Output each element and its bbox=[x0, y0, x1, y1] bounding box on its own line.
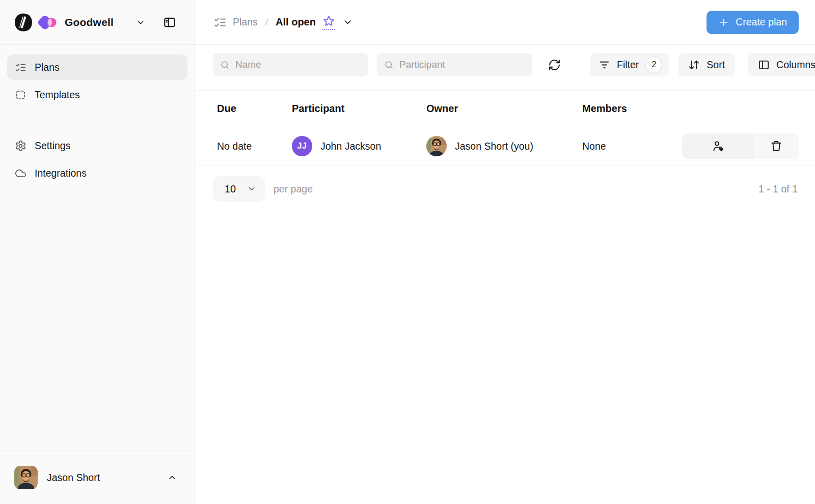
panel-left-icon bbox=[163, 16, 176, 29]
sidebar-toggle-button[interactable] bbox=[163, 16, 176, 29]
due-cell: No date bbox=[217, 141, 292, 152]
columns-label: Columns bbox=[776, 59, 815, 71]
main-content: Plans / All open Create plan bbox=[195, 0, 815, 504]
filter-lines-icon bbox=[599, 59, 610, 71]
sidebar-item-label: Integrations bbox=[35, 167, 87, 179]
filter-count-badge: 2 bbox=[645, 57, 662, 73]
user-menu[interactable]: Jason Short bbox=[0, 451, 195, 504]
search-icon bbox=[384, 60, 394, 70]
favorite-view-button[interactable] bbox=[322, 15, 335, 30]
workspace-logo-icon bbox=[38, 13, 58, 32]
user-tag-icon bbox=[712, 140, 724, 152]
sidebar-nav: Plans Templates Settings Inte bbox=[0, 45, 195, 186]
participant-avatar: JJ bbox=[292, 136, 312, 156]
app-logo-icon bbox=[13, 12, 34, 33]
row-actions bbox=[682, 133, 799, 159]
members-cell: None bbox=[582, 141, 682, 152]
sidebar: Goodwell Plans bbox=[0, 0, 195, 504]
gear-icon bbox=[15, 140, 26, 152]
columns-icon bbox=[758, 59, 770, 71]
columns-button[interactable]: Columns bbox=[748, 53, 815, 76]
delete-plan-button[interactable] bbox=[754, 133, 799, 159]
box-select-icon bbox=[15, 89, 26, 101]
participant-cell: JJ John Jackson bbox=[292, 136, 426, 156]
search-icon bbox=[220, 60, 230, 70]
view-chevron-down-icon[interactable] bbox=[342, 17, 353, 27]
sidebar-item-label: Settings bbox=[35, 140, 70, 152]
app-window: Goodwell Plans bbox=[0, 0, 815, 504]
breadcrumb-parent[interactable]: Plans bbox=[233, 16, 258, 28]
sidebar-item-settings[interactable]: Settings bbox=[7, 133, 187, 158]
workspace-chevron-down-icon[interactable] bbox=[135, 17, 146, 27]
sort-arrows-icon bbox=[688, 59, 700, 71]
breadcrumb-current-view[interactable]: All open bbox=[276, 16, 316, 28]
table-header-row: Due Participant Owner Members bbox=[195, 90, 815, 127]
sidebar-item-integrations[interactable]: Integrations bbox=[7, 160, 187, 186]
create-plan-button[interactable]: Create plan bbox=[707, 11, 799, 34]
per-page-label: per page bbox=[274, 183, 313, 195]
sidebar-item-plans[interactable]: Plans bbox=[7, 54, 187, 80]
list-checks-icon bbox=[15, 62, 26, 73]
column-header-due: Due bbox=[217, 103, 292, 115]
workspace-name: Goodwell bbox=[65, 16, 114, 29]
plus-icon bbox=[718, 17, 729, 28]
participant-name: John Jackson bbox=[320, 141, 381, 152]
table-row[interactable]: No date JJ John Jackson bbox=[195, 127, 815, 165]
sort-button[interactable]: Sort bbox=[678, 53, 735, 76]
pagination-bar: 10 per page 1 - 1 of 1 bbox=[195, 176, 815, 202]
name-search bbox=[213, 53, 368, 76]
page-size-select[interactable]: 10 bbox=[213, 176, 265, 202]
owner-cell: Jason Short (you) bbox=[426, 136, 582, 156]
table-toolbar: Filter 2 Sort Columns bbox=[195, 53, 815, 76]
refresh-icon bbox=[548, 59, 561, 71]
sidebar-item-label: Templates bbox=[35, 89, 80, 101]
chevron-down-icon bbox=[247, 184, 256, 193]
owner-avatar bbox=[426, 136, 447, 156]
user-chevron-up-icon[interactable] bbox=[167, 472, 177, 483]
name-search-input[interactable] bbox=[235, 59, 361, 70]
results-range: 1 - 1 of 1 bbox=[758, 183, 798, 195]
owner-name: Jason Short (you) bbox=[455, 141, 533, 152]
sort-label: Sort bbox=[707, 59, 725, 71]
user-name: Jason Short bbox=[47, 472, 100, 484]
star-icon bbox=[322, 15, 335, 27]
page-header: Plans / All open Create plan bbox=[195, 0, 815, 45]
workspace-switcher[interactable]: Goodwell bbox=[0, 0, 195, 45]
participant-search-input[interactable] bbox=[399, 59, 525, 70]
column-header-participant: Participant bbox=[292, 103, 426, 115]
cloud-icon bbox=[15, 167, 26, 179]
plans-list-checks-icon bbox=[213, 16, 227, 29]
sidebar-divider bbox=[8, 122, 186, 122]
sidebar-item-templates[interactable]: Templates bbox=[7, 82, 187, 107]
user-avatar bbox=[14, 466, 38, 489]
trash-icon bbox=[770, 140, 782, 152]
column-header-members: Members bbox=[582, 103, 682, 115]
page-size-value: 10 bbox=[225, 183, 236, 195]
filter-button[interactable]: Filter 2 bbox=[590, 53, 669, 76]
create-plan-label: Create plan bbox=[736, 16, 787, 28]
column-header-owner: Owner bbox=[426, 103, 582, 115]
plans-table: Due Participant Owner Members No date JJ… bbox=[195, 90, 815, 165]
refresh-button[interactable] bbox=[548, 59, 561, 71]
breadcrumb-separator: / bbox=[265, 17, 268, 28]
filter-label: Filter bbox=[617, 59, 639, 71]
sidebar-item-label: Plans bbox=[35, 62, 60, 73]
assign-participant-button[interactable] bbox=[682, 133, 754, 159]
participant-search bbox=[377, 53, 532, 76]
